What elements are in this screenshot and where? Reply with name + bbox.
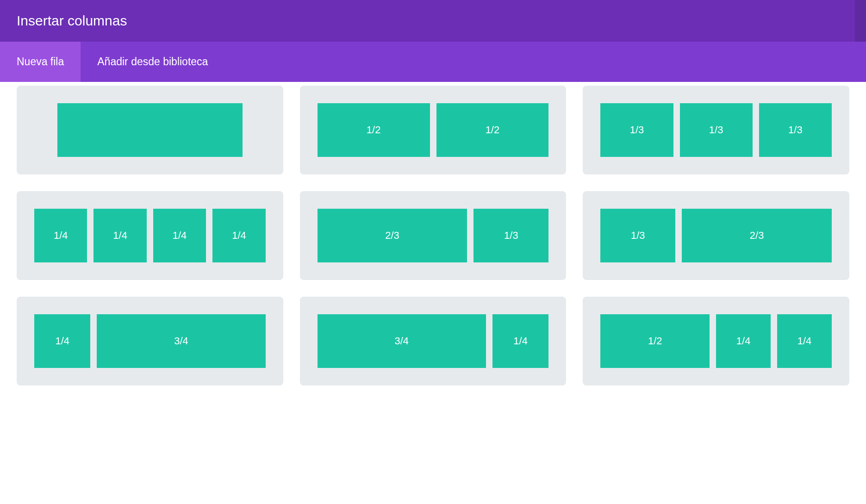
layout-column: 1/4 — [34, 314, 90, 368]
layout-option-half-half[interactable]: 1/21/2 — [300, 86, 567, 174]
layout-column — [57, 103, 243, 157]
layout-column: 1/4 — [716, 314, 771, 368]
layout-option-quarters[interactable]: 1/41/41/41/4 — [17, 191, 283, 280]
layout-column: 3/4 — [97, 314, 265, 368]
layout-option-two-thirds-one-third[interactable]: 2/31/3 — [300, 191, 567, 280]
layout-column: 1/2 — [318, 103, 430, 157]
layout-option-three-quarters-one-quarter[interactable]: 3/41/4 — [300, 297, 567, 386]
layout-column: 1/4 — [777, 314, 832, 368]
tab-bar: Nueva fila Añadir desde biblioteca — [0, 42, 866, 82]
layout-column: 1/2 — [600, 314, 710, 368]
layout-column: 1/2 — [436, 103, 549, 157]
layout-option-full[interactable] — [17, 86, 283, 174]
layout-option-one-third-two-thirds[interactable]: 1/32/3 — [583, 191, 849, 280]
layout-column: 1/4 — [93, 209, 146, 262]
layout-column: 2/3 — [682, 209, 832, 262]
layout-column: 1/3 — [600, 103, 673, 157]
modal-header: Insertar columnas — [0, 0, 866, 42]
layout-column: 1/3 — [600, 209, 675, 262]
layout-column: 2/3 — [318, 209, 467, 262]
layout-column: 1/4 — [492, 314, 548, 368]
layout-column: 1/4 — [212, 209, 265, 262]
tab-add-from-library[interactable]: Añadir desde biblioteca — [81, 42, 224, 82]
layouts-grid: 1/21/21/31/31/31/41/41/41/42/31/31/32/31… — [17, 86, 849, 386]
layout-column: 1/4 — [34, 209, 87, 262]
modal-title: Insertar columnas — [17, 13, 849, 29]
layout-column: 1/3 — [473, 209, 548, 262]
content-area: 1/21/21/31/31/31/41/41/41/42/31/31/32/31… — [0, 82, 866, 402]
layout-column: 1/3 — [680, 103, 753, 157]
layout-option-thirds[interactable]: 1/31/31/3 — [583, 86, 849, 174]
layout-column: 1/4 — [153, 209, 206, 262]
layout-column: 3/4 — [318, 314, 486, 368]
layout-option-one-quarter-three-quarters[interactable]: 1/43/4 — [17, 297, 283, 386]
layout-option-half-quarter-quarter[interactable]: 1/21/41/4 — [583, 297, 849, 386]
tab-new-row[interactable]: Nueva fila — [0, 42, 81, 82]
layout-column: 1/3 — [759, 103, 832, 157]
